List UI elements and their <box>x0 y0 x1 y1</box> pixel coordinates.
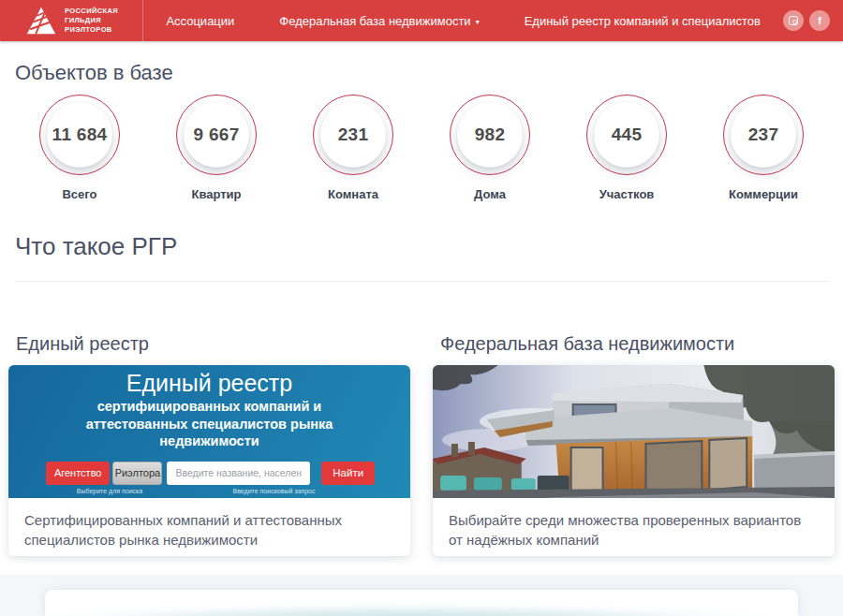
facebook-button[interactable]: f <box>809 10 830 31</box>
section-divider <box>15 281 828 282</box>
stat-value: 9 667 <box>184 102 249 168</box>
registry-column: Единый реестр Единый реестр сертифициров… <box>8 333 410 556</box>
stat-label: Коммерции <box>721 187 806 201</box>
about-section: Что такое РГР <box>0 232 843 261</box>
stat-plots: 445 Участков <box>584 95 669 201</box>
stat-value: 982 <box>457 102 523 168</box>
fbn-heading: Федеральная база недвижимости <box>440 333 835 355</box>
registry-banner-title: Единый реестр <box>8 370 410 397</box>
main-nav: Ассоциации Федеральная база недвижимости… <box>143 0 783 41</box>
bottom-band <box>0 575 843 616</box>
stat-value: 231 <box>320 102 386 168</box>
search-button[interactable]: Найти <box>321 462 375 485</box>
stat-label: Участков <box>584 187 669 201</box>
nav-item-associations[interactable]: Ассоциации <box>143 0 257 41</box>
bottom-card <box>45 590 798 616</box>
hint-choose: Выберите для поиска <box>46 488 173 494</box>
stats-row: 11 684 Всего 9 667 Квартир 231 Комната 9… <box>15 95 828 201</box>
stat-value: 445 <box>594 102 659 168</box>
agency-button[interactable]: Агентство <box>46 462 110 485</box>
logo-text: РОССИЙСКАЯ ГИЛЬДИЯ РИЭЛТОРОВ <box>65 7 118 35</box>
fbn-column: Федеральная база недвижимости <box>433 333 835 556</box>
nav-item-registry[interactable]: Единый реестр компаний и специалистов <box>502 0 783 41</box>
stats-section: Объектов в базе 11 684 Всего 9 667 Кварт… <box>0 61 843 201</box>
stat-commercial: 237 Коммерции <box>721 95 806 201</box>
stat-houses: 982 Дома <box>448 95 532 201</box>
stat-label: Комната <box>311 187 395 201</box>
stats-title: Объектов в базе <box>15 61 828 85</box>
rgr-logo-icon <box>25 6 57 36</box>
registry-heading: Единый реестр <box>16 333 410 355</box>
fbn-card[interactable]: Выбирайте среди множества проверенных ва… <box>433 365 835 556</box>
page: РОССИЙСКАЯ ГИЛЬДИЯ РИЭЛТОРОВ Ассоциации … <box>0 0 843 616</box>
registry-card[interactable]: Единый реестр сертифицированных компаний… <box>8 365 410 556</box>
stat-value: 11 684 <box>47 102 112 168</box>
instagram-button[interactable] <box>783 10 804 31</box>
registry-search-row: Агентство Риэлтора Найти <box>46 462 375 485</box>
search-hints: Выберите для поиска Введите поисковый за… <box>46 488 375 494</box>
registry-banner-subtitle: сертифицированных компаний и аттестованн… <box>48 398 371 450</box>
header: РОССИЙСКАЯ ГИЛЬДИЯ РИЭЛТОРОВ Ассоциации … <box>0 0 843 41</box>
hint-query: Введите поисковый запрос <box>173 488 375 494</box>
social-links: f <box>783 10 830 31</box>
house-photo <box>433 365 835 498</box>
chevron-down-icon: ▾ <box>476 18 480 26</box>
facebook-icon: f <box>818 15 821 26</box>
stat-label: Квартир <box>174 187 259 201</box>
about-title: Что такое РГР <box>15 232 828 261</box>
stat-total: 11 684 Всего <box>37 95 122 201</box>
map-preview-image <box>45 601 798 616</box>
stat-label: Дома <box>448 187 532 201</box>
stat-value: 237 <box>731 102 796 168</box>
registry-search-input[interactable] <box>167 462 310 485</box>
nav-item-federal-base[interactable]: Федеральная база недвижимости ▾ <box>257 0 501 41</box>
stat-rooms: 231 Комната <box>311 95 395 201</box>
cards-section: Единый реестр Единый реестр сертифициров… <box>0 333 843 556</box>
stat-label: Всего <box>37 187 122 201</box>
realtor-button[interactable]: Риэлтора <box>112 462 162 485</box>
logo[interactable]: РОССИЙСКАЯ ГИЛЬДИЯ РИЭЛТОРОВ <box>0 0 143 41</box>
stat-apartments: 9 667 Квартир <box>174 95 259 201</box>
instagram-icon <box>789 16 798 25</box>
fbn-caption: Выбирайте среди множества проверенных ва… <box>433 498 835 556</box>
registry-banner: Единый реестр сертифицированных компаний… <box>8 365 410 498</box>
